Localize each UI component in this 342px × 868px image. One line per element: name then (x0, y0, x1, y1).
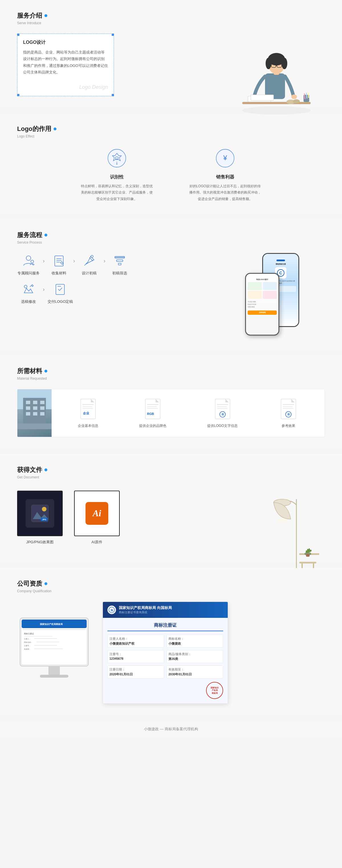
cert-field-5: 注册日期： 2020年01月01日 (108, 665, 164, 679)
footer-text: 小微捷政 — 商标局备案代理机构 (144, 727, 198, 731)
section6-dot (45, 582, 47, 585)
material-icon-4: R (279, 398, 298, 421)
svg-rect-51 (40, 401, 45, 404)
cert-field-6-label: 有效期至： (168, 668, 184, 671)
doc-item-ai: Ai AI原件 (74, 491, 120, 545)
svg-rect-62 (82, 408, 93, 409)
sales-icon: ¥ (214, 147, 236, 169)
logo-r-file-svg: R (214, 398, 231, 420)
svg-rect-113 (40, 675, 68, 678)
recognition-icon (106, 147, 128, 169)
svg-rect-12 (242, 102, 311, 104)
section2-header: Logo的作用 Logo Effect (17, 125, 325, 138)
logo-card-title: LOGO设计 (23, 39, 108, 45)
svg-rect-65 (147, 404, 159, 405)
svg-rect-55 (26, 412, 30, 415)
cert-fields: 注册人名称： 小微捷政知识产权 商标名称： 小微捷政 注册号： 12345678 (108, 634, 223, 679)
flow-step-3: 设计初稿 (78, 253, 101, 276)
flow-step-2: 收集材料 (48, 253, 70, 276)
svg-rect-54 (40, 406, 45, 410)
section6-title: 公司资质 (17, 580, 325, 588)
svg-point-88 (277, 518, 288, 523)
svg-text:R: R (222, 413, 224, 416)
cert-field-2: 商标名称： 小微捷政 (166, 634, 223, 648)
effect-desc-2: 好的LOGO设计能让人过目不忘，起到很好的传播作用。强大的视觉冲击激消费者的购买… (188, 183, 262, 203)
svg-rect-103 (24, 636, 52, 637)
section-get-doc: 获得文件 Get Document (0, 454, 342, 562)
material-item-3: R 提供LOGO文字信息 (207, 398, 238, 428)
cert-header-text: 国家知识产权局商标局 向国标局 商标注册证书查询系统 (119, 605, 172, 614)
cert-seal: 国家知识产权局商标局 (108, 682, 223, 699)
cert-doc: 知 国家知识产权局商标局 向国标局 商标注册证书查询系统 商标注册证 注册人名称… (103, 601, 228, 704)
section-company-qual: 公司资质 Company Qualification 国家知识产权局商标局 商标… (0, 568, 342, 715)
section6-header: 公司资质 Company Qualification (17, 580, 325, 593)
cert-title: 国家知识产权局商标局 向国标局 (119, 605, 172, 611)
material-item-1: 企业 企业基本信息 (78, 398, 98, 428)
section-material: 所需材料 Material Requested (0, 355, 342, 448)
cert-field-2-label: 商标名称： (168, 637, 184, 640)
footer: 小微捷政 — 商标局备案代理机构 (0, 721, 342, 737)
section2-subtitle: Logo Effect (17, 134, 325, 138)
section1-title: 服务介绍 (17, 11, 325, 20)
step4-icon (112, 253, 127, 268)
svg-text:R: R (288, 413, 290, 416)
section6-title-text: 公司资质 (17, 580, 42, 588)
material-building-img (18, 389, 52, 437)
flow-step-1: 专属顾问服务 (17, 253, 40, 276)
svg-rect-53 (33, 406, 37, 410)
phones-container: 青蛙商标注册 C "小微捷政"商标注册中心 提供专业的商标注册服务 (245, 253, 325, 338)
cert-sub: 商标注册证书查询系统 (119, 611, 172, 614)
step1-label: 专属顾问服务 (18, 271, 39, 276)
cert-field-5-label: 注册日期： (109, 668, 125, 671)
section3-dot (45, 234, 47, 237)
company-file-svg: 企业 (80, 398, 96, 420)
svg-point-5 (266, 58, 271, 69)
effect-title-2: 销售利器 (188, 174, 262, 180)
svg-text:商标名称：: 商标名称： (24, 641, 32, 643)
svg-rect-101 (23, 629, 86, 630)
rgb-file-svg: RGB (144, 398, 161, 420)
serve-intro-inner: LOGO设计 指的是商品、企业、网站等为自己主题或者活动等设计标志的一种行为。起… (17, 34, 325, 96)
svg-text:¥: ¥ (223, 154, 227, 162)
card-corner-br (112, 94, 114, 96)
phone-logo-bar (277, 259, 285, 261)
section3-title-text: 服务流程 (17, 231, 42, 239)
material-inner: 企业 企业基本信息 RGB 提供企业的品牌色 (17, 389, 325, 437)
step2-icon (51, 253, 67, 268)
svg-rect-14 (251, 95, 274, 100)
section1-dot (45, 14, 47, 17)
ref-file-svg: R (280, 398, 297, 420)
svg-rect-107 (36, 642, 59, 642)
monitor-container: 国家知识产权局商标局 商标注册证 注册人： 商标名称： 注册号： 有效期： (17, 615, 97, 690)
section-service-flow: 服务流程 Service Process 专 (0, 219, 342, 350)
section1-title-text: 服务介绍 (17, 11, 42, 20)
svg-rect-57 (40, 412, 45, 415)
flow-step-4: 初稿筛选 (108, 253, 131, 276)
flow-step-6: 交付LOGO定稿 (48, 281, 73, 304)
section3-title: 服务流程 (17, 231, 325, 239)
svg-rect-58 (18, 424, 52, 429)
material-icon-2: RGB (143, 398, 163, 421)
svg-rect-95 (306, 554, 310, 557)
cert-seal-inner: 国家知识产权局商标局 (206, 682, 223, 699)
qual-content: 国家知识产权局商标局 商标注册证 注册人： 商标名称： 注册号： 有效期： (17, 601, 325, 704)
arrow4: › (43, 286, 45, 292)
cert-field-4: 商品/服务类别： 第35类 (166, 650, 223, 663)
svg-rect-61 (82, 406, 92, 407)
logo-card-text: 指的是商品、企业、网站等为自己主题或者活动等设计标志的一种行为。起到对微标拥有公… (23, 49, 108, 76)
material-item-2: RGB 提供企业的品牌色 (139, 398, 166, 428)
flow-content: 专属顾问服务 › 收集材料 (17, 253, 325, 338)
svg-rect-42 (56, 284, 64, 294)
svg-rect-52 (26, 406, 30, 410)
section3-subtitle: Service Process (17, 241, 325, 245)
doc-frame-ai: Ai (74, 491, 120, 536)
svg-rect-70 (217, 404, 228, 405)
effect-item-2: ¥ 销售利器 好的LOGO设计能让人过目不忘，起到很好的传播作用。强大的视觉冲击… (188, 147, 262, 203)
step2-label: 收集材料 (52, 271, 66, 276)
step1-icon (21, 253, 36, 268)
logo-card: LOGO设计 指的是商品、企业、网站等为自己主题或者活动等设计标志的一种行为。起… (17, 34, 114, 96)
svg-text:C: C (279, 271, 282, 275)
section1-header: 服务介绍 Serve Introduce (17, 11, 325, 25)
section2-dot (54, 127, 56, 130)
flow-step-5: 选稿修改 (17, 281, 40, 304)
